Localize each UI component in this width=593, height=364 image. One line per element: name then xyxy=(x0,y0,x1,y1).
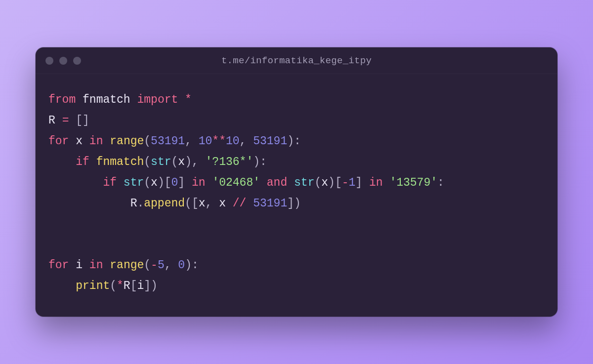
keyword-for: for xyxy=(48,259,69,272)
variable: x xyxy=(199,197,206,210)
variable: R xyxy=(124,280,130,292)
window-title: t.me/informatika_kege_itpy xyxy=(36,55,557,66)
minimize-icon[interactable] xyxy=(59,57,67,65)
paren: ( xyxy=(171,156,178,168)
function-call: fnmatch xyxy=(96,156,144,168)
variable: R xyxy=(48,114,55,127)
number: 10 xyxy=(226,135,240,148)
bracket: [ xyxy=(130,280,137,292)
string: '13579' xyxy=(389,176,437,189)
builtin-str: str xyxy=(124,176,144,189)
paren: ): xyxy=(253,156,267,168)
paren: ( xyxy=(110,280,117,292)
paren: ): xyxy=(185,259,199,272)
string: '02468' xyxy=(212,176,260,189)
paren: ( xyxy=(144,135,151,148)
builtin-range: range xyxy=(110,135,144,148)
space xyxy=(212,197,219,210)
keyword-and: and xyxy=(267,176,287,189)
comma: , xyxy=(240,135,247,148)
variable: x xyxy=(178,156,185,168)
keyword-in: in xyxy=(89,135,103,148)
number: 5 xyxy=(158,259,165,272)
module-name: fnmatch xyxy=(83,93,130,106)
variable: R xyxy=(130,197,137,210)
keyword-import: import xyxy=(137,93,178,106)
keyword-in: in xyxy=(369,176,383,189)
bracket: ] xyxy=(83,114,89,127)
paren: ): xyxy=(287,135,301,148)
builtin-print: print xyxy=(76,280,110,292)
indent xyxy=(48,176,103,189)
code-line: if fnmatch(str(x), '?136*'): xyxy=(48,156,267,168)
builtin-str: str xyxy=(151,156,171,168)
variable: i xyxy=(76,259,83,272)
paren: ( xyxy=(314,176,321,189)
code-line: if str(x)[0] in '02468' and str(x)[-1] i… xyxy=(48,176,444,189)
space xyxy=(171,259,178,272)
paren: ) xyxy=(294,197,301,210)
string: '?136*' xyxy=(206,156,254,168)
star-operator: * xyxy=(185,93,192,106)
number: 0 xyxy=(171,176,178,189)
bracket: ] xyxy=(355,176,362,189)
bracket: ] xyxy=(287,197,294,210)
paren: ) xyxy=(151,280,158,292)
number: 53191 xyxy=(253,135,287,148)
minus-op: - xyxy=(342,176,349,189)
code-line: R = [] xyxy=(48,114,89,127)
code-line: R.append([x, x // 53191]) xyxy=(48,197,301,210)
paren: ) xyxy=(158,176,165,189)
builtin-str: str xyxy=(294,176,314,189)
power-op: ** xyxy=(212,135,226,148)
colon: : xyxy=(437,176,444,189)
variable: i xyxy=(137,280,144,292)
keyword-if: if xyxy=(103,176,117,189)
keyword-in: in xyxy=(89,259,103,272)
titlebar: t.me/informatika_kege_itpy xyxy=(36,47,557,74)
keyword-from: from xyxy=(48,93,76,106)
space xyxy=(246,135,253,148)
number: 1 xyxy=(349,176,356,189)
floordiv-op: // xyxy=(233,197,247,210)
number: 10 xyxy=(199,135,212,148)
variable: x xyxy=(76,135,83,148)
variable: x xyxy=(151,176,158,189)
assign-op: = xyxy=(62,114,69,127)
paren: ( xyxy=(185,197,192,210)
comma: , xyxy=(206,197,212,210)
variable: x xyxy=(219,197,226,210)
bracket: [ xyxy=(192,197,199,210)
builtin-range: range xyxy=(110,259,144,272)
keyword-for: for xyxy=(48,135,69,148)
code-window: t.me/informatika_kege_itpy from fnmatch … xyxy=(36,47,557,317)
comma: , xyxy=(165,259,171,272)
bracket: [ xyxy=(76,114,83,127)
comma: , xyxy=(185,135,192,148)
bracket: ] xyxy=(144,280,151,292)
variable: x xyxy=(321,176,328,189)
indent xyxy=(48,197,130,210)
code-line: from fnmatch import * xyxy=(48,93,192,106)
keyword-if: if xyxy=(76,156,89,168)
code-line: print(*R[i]) xyxy=(48,280,158,292)
paren: ( xyxy=(144,176,151,189)
number: 53191 xyxy=(253,197,287,210)
star-operator: * xyxy=(117,280,124,292)
code-block: from fnmatch import * R = [] for x in ra… xyxy=(36,74,557,317)
minus-op: - xyxy=(151,259,158,272)
paren: ) xyxy=(185,156,192,168)
paren: ( xyxy=(144,156,151,168)
method-call: append xyxy=(144,197,185,210)
paren: ( xyxy=(144,259,151,272)
space xyxy=(192,135,199,148)
paren: ) xyxy=(328,176,335,189)
indent xyxy=(48,280,76,292)
comma: , xyxy=(192,156,199,168)
number: 0 xyxy=(178,259,185,272)
maximize-icon[interactable] xyxy=(73,57,81,65)
dot: . xyxy=(137,197,144,210)
code-line: for i in range(-5, 0): xyxy=(48,259,199,272)
bracket: [ xyxy=(165,176,171,189)
close-icon[interactable] xyxy=(45,57,53,65)
